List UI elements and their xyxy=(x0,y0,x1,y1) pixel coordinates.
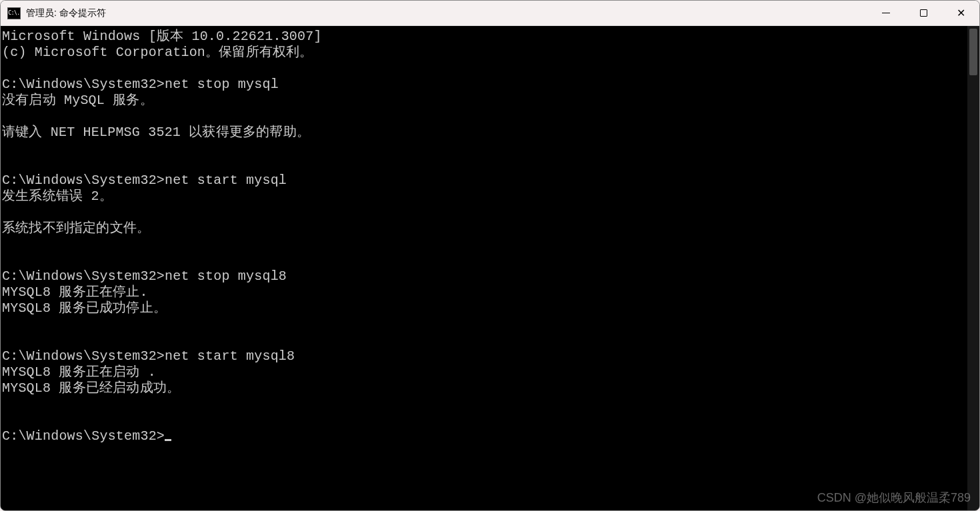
output-line: 请键入 NET HELPMSG 3521 以获得更多的帮助。 xyxy=(2,125,310,140)
cmd-1: net stop mysql xyxy=(165,77,279,92)
prompt: C:\Windows\System32> xyxy=(2,77,165,92)
header-version: Microsoft Windows [版本 10.0.22621.3007] xyxy=(2,29,322,44)
prompt: C:\Windows\System32> xyxy=(2,428,165,444)
scrollbar[interactable] xyxy=(967,26,979,510)
titlebar[interactable]: C:\. 管理员: 命令提示符 ✕ xyxy=(1,1,979,26)
prompt: C:\Windows\System32> xyxy=(2,173,165,188)
close-button[interactable]: ✕ xyxy=(942,1,979,25)
cmd-icon: C:\. xyxy=(7,7,21,19)
close-icon: ✕ xyxy=(957,8,965,19)
output-line: 没有启动 MySQL 服务。 xyxy=(2,93,153,108)
output-line: 发生系统错误 2。 xyxy=(2,189,113,204)
terminal-output[interactable]: Microsoft Windows [版本 10.0.22621.3007] (… xyxy=(1,26,967,510)
output-line: MYSQL8 服务已经启动成功。 xyxy=(2,380,180,396)
terminal-area: Microsoft Windows [版本 10.0.22621.3007] (… xyxy=(1,26,979,510)
output-line: MYSQL8 服务正在停止. xyxy=(2,284,148,300)
command-prompt-window: C:\. 管理员: 命令提示符 ✕ Microsoft Windows [版本 … xyxy=(0,0,980,511)
header-copyright: (c) Microsoft Corporation。保留所有权利。 xyxy=(2,45,313,60)
cmd-3: net stop mysql8 xyxy=(165,268,287,284)
minimize-button[interactable] xyxy=(867,1,905,25)
minimize-icon xyxy=(882,13,890,13)
window-controls: ✕ xyxy=(867,1,979,25)
maximize-button[interactable] xyxy=(905,1,942,25)
scrollbar-thumb[interactable] xyxy=(969,29,977,75)
output-line: MYSQL8 服务正在启动 . xyxy=(2,364,156,380)
cursor xyxy=(165,439,171,441)
maximize-icon xyxy=(920,9,927,17)
output-line: 系统找不到指定的文件。 xyxy=(2,221,150,236)
prompt: C:\Windows\System32> xyxy=(2,348,165,364)
prompt: C:\Windows\System32> xyxy=(2,268,165,284)
cmd-2: net start mysql xyxy=(165,173,287,188)
output-line: MYSQL8 服务已成功停止。 xyxy=(2,300,167,316)
window-title: 管理员: 命令提示符 xyxy=(26,7,867,19)
cmd-4: net start mysql8 xyxy=(165,348,295,364)
